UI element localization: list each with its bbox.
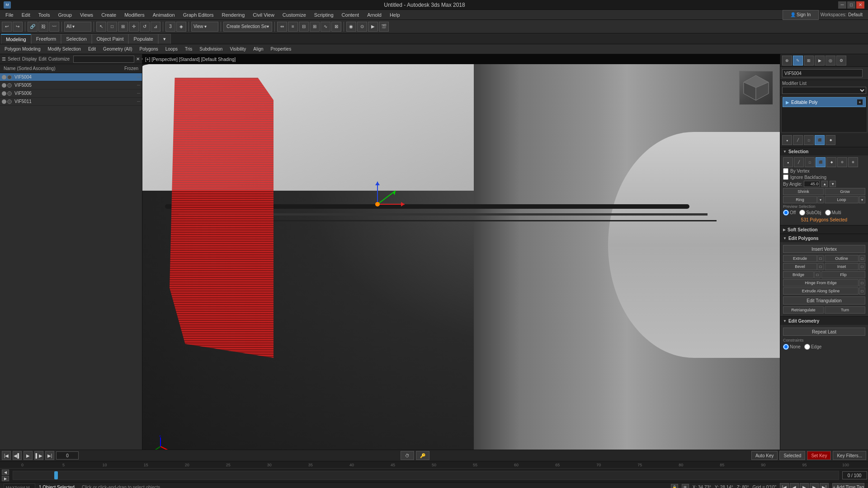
prev-key-btn[interactable]: ◀▌ [13, 451, 22, 460]
scene-3d-view[interactable]: X Y Z [142, 64, 780, 465]
constraints-edge-label[interactable]: Edge [804, 344, 821, 350]
window-crossing-button[interactable]: ⊞ [118, 22, 128, 32]
extrude-button[interactable]: Extrude [783, 255, 817, 262]
bind-space-warp[interactable]: 〰 [49, 22, 59, 32]
scene-search-input[interactable] [73, 56, 134, 63]
auto-key-button[interactable]: Auto Key [751, 451, 778, 460]
add-time-tag-btn[interactable]: + Add Time Tag [832, 483, 864, 488]
render-button[interactable]: ▶ [368, 22, 378, 32]
next-frame-end-btn[interactable]: ▶| [45, 451, 54, 460]
border-icon[interactable]: □ [804, 135, 814, 145]
timeline-track[interactable]: ◀ ▶ [0, 469, 868, 482]
polygons-btn[interactable]: Polygons [137, 45, 161, 53]
element-icon[interactable]: ◆ [826, 135, 835, 145]
menu-content[interactable]: Content [338, 11, 363, 19]
mirror-button[interactable]: ⇔ [277, 22, 287, 32]
tris-btn[interactable]: Tris [182, 45, 195, 53]
ring-button[interactable]: Ring [783, 196, 817, 203]
edit-btn[interactable]: Edit [85, 45, 99, 53]
curve-editor-button[interactable]: ∿ [321, 22, 330, 32]
modifier-options-btn[interactable]: ≡ [857, 99, 863, 105]
keys-btn[interactable]: 🔑 [416, 451, 429, 460]
sel-edge-btn[interactable]: ╱ [794, 157, 804, 167]
play-btn[interactable]: ▶ [24, 451, 33, 460]
radio-off[interactable] [783, 210, 789, 216]
selection-section-header[interactable]: ▼ Selection [780, 147, 868, 155]
extrude-spline-settings-btn[interactable]: □ [859, 287, 865, 295]
hinge-settings-btn[interactable]: □ [859, 279, 865, 286]
retriangulate-button[interactable]: Retriangulate [783, 306, 824, 314]
menu-civil-view[interactable]: Civil View [249, 11, 278, 19]
menu-rendering[interactable]: Rendering [218, 11, 249, 19]
tab-selection[interactable]: Selection [61, 34, 91, 44]
outline-settings-btn[interactable]: □ [859, 255, 865, 262]
soft-selection-header[interactable]: ▶ Soft Selection [780, 225, 868, 234]
jump-end-btn[interactable]: ▶| [820, 483, 829, 488]
loop-button[interactable]: Loop [825, 196, 859, 203]
object-name-input[interactable] [782, 69, 863, 77]
menu-create[interactable]: Create [98, 11, 120, 19]
by-angle-up[interactable]: ▲ [821, 181, 828, 187]
polygon-icon[interactable]: ⬛ [815, 135, 825, 145]
properties-btn[interactable]: Properties [268, 45, 294, 53]
inset-button[interactable]: Inset [825, 263, 859, 270]
current-frame-input[interactable] [56, 451, 79, 460]
hinge-from-edge-button[interactable]: Hinge From Edge [783, 279, 859, 286]
radio-off-label[interactable]: Off [783, 210, 796, 216]
polygon-modeling-btn[interactable]: Polygon Modeling [2, 45, 43, 53]
tab-more[interactable]: ▾ [158, 34, 171, 44]
flip-button[interactable]: Flip [821, 271, 865, 278]
menu-modifiers[interactable]: Modifiers [121, 11, 148, 19]
view-dropdown[interactable]: View ▾ [191, 22, 218, 32]
modify-panel-icon[interactable]: ✎ [793, 56, 803, 66]
create-geometry-icon[interactable]: ⊕ [782, 56, 792, 66]
tab-object-paint[interactable]: Object Paint [92, 34, 129, 44]
by-angle-input[interactable] [804, 181, 820, 187]
constraints-none-radio[interactable] [783, 344, 789, 350]
radio-subobj[interactable] [799, 210, 805, 216]
sel-element-btn[interactable]: ◆ [826, 157, 836, 167]
hierarchy-icon[interactable]: ⊞ [804, 56, 814, 66]
modifier-list-dropdown[interactable] [782, 87, 866, 94]
menu-tools[interactable]: Tools [35, 11, 54, 19]
by-vertex-checkbox[interactable] [783, 168, 788, 174]
menu-graph-editors[interactable]: Graph Editors [179, 11, 217, 19]
grow-button[interactable]: Grow [825, 188, 865, 195]
constraints-edge-radio[interactable] [804, 344, 810, 350]
viewport[interactable]: [+] [Perspective] [Standard] [Default Sh… [142, 54, 780, 465]
motion-icon[interactable]: ▶ [815, 56, 825, 66]
menu-arnold[interactable]: Arnold [363, 11, 385, 19]
scene-object-3[interactable]: VIF5011 ─ [0, 98, 142, 106]
minimize-button[interactable]: ─ [838, 1, 846, 9]
bevel-settings-btn[interactable]: □ [817, 263, 824, 270]
bridge-settings-btn[interactable]: □ [814, 271, 821, 278]
menu-views[interactable]: Views [76, 11, 97, 19]
undo-button[interactable]: ↩ [2, 22, 12, 32]
scene-object-2[interactable]: VIF5006 ─ [0, 89, 142, 98]
editable-poly-modifier[interactable]: ▶ Editable Poly ≡ [783, 97, 866, 107]
tab-freeform[interactable]: Freeform [31, 34, 61, 44]
utilities-icon[interactable]: ⚙ [836, 56, 846, 66]
constraints-none-label[interactable]: None [783, 344, 801, 350]
ring-arrow-btn[interactable]: ▾ [817, 196, 824, 203]
scene-object-1[interactable]: VIF5005 ─ [0, 81, 142, 89]
sel-polygon-btn[interactable]: ⬛ [816, 157, 826, 167]
time-config-btn[interactable]: ⏱ [401, 451, 414, 460]
radio-subobj-label[interactable]: SubObj [799, 210, 821, 216]
jump-start-btn[interactable]: |◀ [780, 483, 789, 488]
edit-geometry-header[interactable]: ▼ Edit Geometry [780, 317, 868, 325]
scene-search-clear[interactable]: ✕ [136, 56, 140, 63]
turn-button[interactable]: Turn [825, 306, 865, 314]
schematic-view-button[interactable]: ⊠ [331, 22, 341, 32]
menu-customize[interactable]: Customize [279, 11, 310, 19]
radio-multi-label[interactable]: Multi [825, 210, 841, 216]
scene-menu-btn[interactable]: ☰ [2, 56, 6, 63]
viewport-cube[interactable] [739, 71, 773, 105]
display-icon[interactable]: ◎ [826, 56, 835, 66]
pivot-button[interactable]: ◈ [176, 22, 186, 32]
align-btn[interactable]: Align [250, 45, 266, 53]
grow-icon-btn[interactable]: ⊕ [848, 157, 858, 167]
frame-range-input[interactable] [842, 471, 867, 479]
geometry-all-btn[interactable]: Geometry (All) [100, 45, 135, 53]
edit-triangulation-button[interactable]: Edit Triangulation [783, 296, 865, 305]
